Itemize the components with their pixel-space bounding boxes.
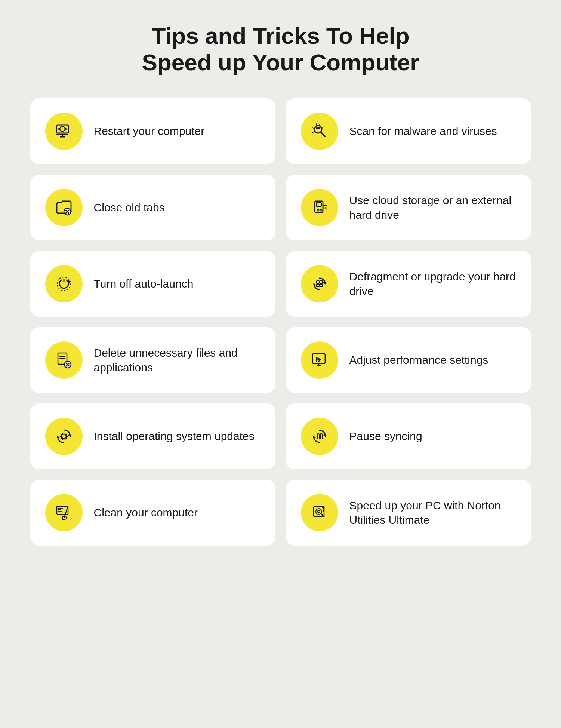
svg-marker-32 <box>314 283 316 286</box>
svg-line-11 <box>316 124 317 126</box>
close-tabs-icon-circle <box>45 189 83 226</box>
cloud-storage-icon-circle <box>301 189 338 226</box>
cloud-storage-icon <box>309 197 330 218</box>
svg-line-12 <box>319 124 320 126</box>
svg-point-24 <box>320 209 322 211</box>
svg-marker-48 <box>68 434 70 437</box>
card-scan-malware: Scan for malware and viruses <box>286 98 531 164</box>
restart-computer-label: Restart your computer <box>94 124 205 138</box>
auto-launch-icon-circle <box>45 265 83 302</box>
card-restart-computer: Restart your computer <box>30 98 275 164</box>
svg-rect-53 <box>317 434 319 439</box>
svg-point-9 <box>318 127 320 128</box>
svg-marker-5 <box>58 128 60 130</box>
svg-rect-34 <box>320 281 323 283</box>
svg-point-28 <box>325 207 327 209</box>
card-delete-files: Delete unnecessary files and application… <box>30 327 275 393</box>
restart-computer-icon <box>54 121 74 141</box>
norton-icon-circle <box>301 494 338 531</box>
auto-launch-label: Turn off auto-launch <box>94 276 194 291</box>
card-norton: Speed up your PC with Norton Utilities U… <box>286 480 531 546</box>
scan-malware-label: Scan for malware and viruses <box>349 124 497 138</box>
performance-label: Adjust performance settings <box>349 353 488 367</box>
scan-malware-icon-circle <box>301 113 338 150</box>
card-clean-computer: Clean your computer <box>30 480 275 546</box>
card-cloud-storage: Use cloud storage or an external hard dr… <box>286 175 531 240</box>
pause-syncing-icon <box>309 426 330 446</box>
delete-files-icon-circle <box>45 341 83 379</box>
svg-point-62 <box>318 510 320 513</box>
card-os-updates: Install operating system updates <box>30 403 275 469</box>
cloud-storage-label: Use cloud storage or an external hard dr… <box>349 193 516 222</box>
svg-rect-35 <box>317 284 319 287</box>
delete-files-icon <box>54 350 74 370</box>
performance-icon-circle <box>301 341 338 379</box>
svg-line-15 <box>312 132 314 133</box>
card-pause-syncing: Pause syncing <box>286 403 531 469</box>
svg-rect-22 <box>316 203 321 206</box>
tips-grid: Restart your computer <box>30 98 531 546</box>
performance-icon <box>309 350 330 370</box>
close-tabs-label: Close old tabs <box>94 200 165 215</box>
clean-computer-icon <box>54 503 74 523</box>
svg-rect-54 <box>320 434 322 439</box>
card-defragment: Defragment or upgrade your hard drive <box>286 251 531 317</box>
clean-computer-label: Clean your computer <box>94 505 198 520</box>
svg-marker-52 <box>314 436 316 439</box>
defragment-icon <box>309 274 330 294</box>
os-updates-icon <box>54 426 74 446</box>
svg-point-50 <box>62 434 66 439</box>
close-tabs-icon <box>54 197 74 218</box>
norton-label: Speed up your PC with Norton Utilities U… <box>349 498 516 527</box>
page-title: Tips and Tricks To Help Speed up Your Co… <box>142 22 419 76</box>
card-auto-launch: Turn off auto-launch <box>30 251 275 317</box>
svg-rect-33 <box>317 281 319 283</box>
norton-icon <box>309 503 330 523</box>
svg-line-13 <box>312 128 314 129</box>
pause-syncing-icon-circle <box>301 418 338 455</box>
svg-point-8 <box>316 127 318 128</box>
delete-files-label: Delete unnecessary files and application… <box>94 345 261 375</box>
svg-marker-31 <box>323 281 325 284</box>
scan-malware-icon <box>309 121 330 141</box>
svg-rect-36 <box>320 284 323 287</box>
card-close-tabs: Close old tabs <box>30 175 275 240</box>
pause-syncing-label: Pause syncing <box>349 429 422 443</box>
card-performance: Adjust performance settings <box>286 327 531 393</box>
os-updates-icon-circle <box>45 418 83 455</box>
svg-line-10 <box>321 132 325 136</box>
defragment-icon-circle <box>301 265 338 302</box>
restart-computer-icon-circle <box>45 113 83 150</box>
svg-point-23 <box>317 209 319 211</box>
svg-point-26 <box>325 205 327 206</box>
svg-marker-51 <box>323 434 326 437</box>
clean-computer-icon-circle <box>45 494 83 531</box>
defragment-label: Defragment or upgrade your hard drive <box>349 269 516 298</box>
svg-marker-49 <box>58 436 60 439</box>
auto-launch-icon <box>54 274 74 294</box>
os-updates-label: Install operating system updates <box>94 429 255 443</box>
